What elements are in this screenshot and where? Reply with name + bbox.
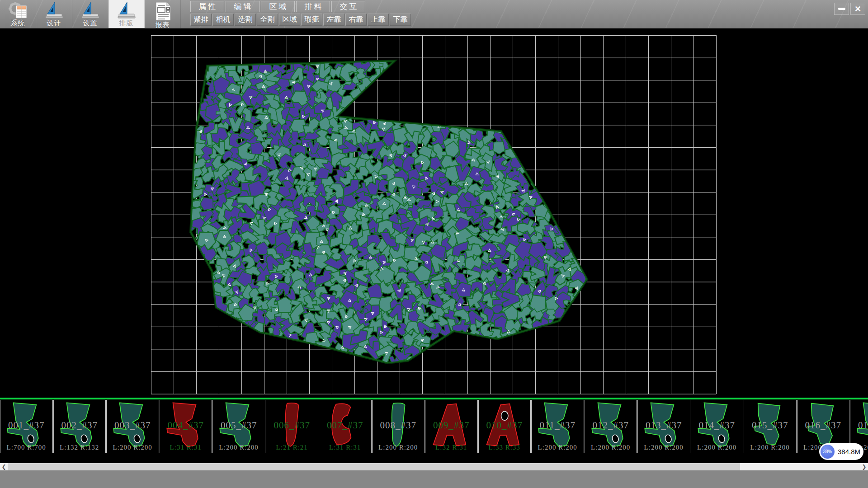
toolbar-button-design-ruler[interactable]: 设计 [36,0,72,28]
minimize-button[interactable] [834,3,849,15]
piece-lr-count-label: L:200 R:200 [585,444,637,451]
thumbnail-cell-9[interactable]: 009_#37 L:32 R:31 [425,400,478,453]
piece-id-label: 014_#37 [691,420,743,431]
menu-item-row1-2[interactable]: 编辑 [226,1,259,12]
thumbnail-cell-2[interactable]: 002_#37 L:132 R:132 [53,400,106,453]
piece-lr-count-label: L:200 R:200 [532,444,584,451]
menu-item-row1-1[interactable]: 属性 [190,1,224,12]
minimize-icon [838,8,845,10]
menu-item-row1-4[interactable]: 排料 [296,1,330,12]
piece-id-label: 001_#37 [0,420,52,431]
piece-id-label: 005_#37 [213,420,265,431]
menu-item-row1-3[interactable]: 区域 [261,1,295,12]
toolbar-button-system-gear-table[interactable]: 系统 [0,0,36,28]
menu-item-row2-2[interactable]: 相机 [212,14,234,26]
piece-id-label: 004_#37 [160,420,212,431]
layout-ruler-icon [108,1,144,19]
piece-id-label: 017_#37 [850,420,868,431]
memory-percent-label: 38% [823,449,832,454]
scroll-right-arrow-icon[interactable]: ❯ [860,463,868,470]
close-button[interactable]: ✕ [850,3,865,15]
menu-row-primary: 属性编辑区域排料交互 [190,1,365,12]
thumbnail-cell-4[interactable]: 004_#37 L:31 R:31 [160,400,212,453]
close-icon: ✕ [854,4,861,14]
thumbnail-cells: 001_#37 L:700 R:700 002_#37 L:132 R:132 … [0,400,868,453]
menu-item-row2-7[interactable]: 左靠 [323,14,344,26]
scrollbar-thumb[interactable] [8,463,740,470]
thumbnail-cell-6[interactable]: 006_#37 L:21 R:21 [266,400,319,453]
toolbar-button-label: 系统 [0,19,36,27]
toolbar-button-label: 设置 [72,19,108,27]
nesting-canvas[interactable] [0,28,868,398]
menu-item-row2-6[interactable]: 瑕疵 [301,14,322,26]
piece-lr-count-label: L:32 R:31 [425,444,477,451]
piece-id-label: 015_#37 [744,420,796,431]
piece-id-label: 016_#37 [797,420,849,431]
menu-row-secondary: 聚排相机选割全割区域瑕疵左靠右靠上靠下靠 [190,14,411,26]
toolbar-button-label: 报表 [145,21,180,28]
toolbar-button-label: 设计 [36,19,72,27]
thumbnail-cell-15[interactable]: 015_#37 L:200 R:200 [744,400,797,453]
scroll-left-arrow-icon[interactable]: ❮ [0,463,8,470]
piece-id-label: 002_#37 [54,420,106,431]
piece-lr-count-label: L:132 R:132 [54,444,106,451]
thumbnail-cell-8[interactable]: 008_#37 L:200 R:200 [372,400,425,453]
piece-id-label: 013_#37 [638,420,690,431]
menu-item-row2-10[interactable]: 下靠 [390,14,411,26]
piece-lr-count-label: L:33 R:33 [479,444,531,451]
piece-lr-count-label: L:200 R:200 [638,444,690,451]
thumbnail-cell-13[interactable]: 013_#37 L:200 R:200 [637,400,690,453]
piece-lr-count-label: L:200 R:200 [691,444,743,451]
piece-id-label: 006_#37 [266,420,318,431]
menu-item-row2-5[interactable]: 区域 [279,14,300,26]
thumbnail-cell-14[interactable]: 014_#37 L:200 R:200 [691,400,744,453]
thumbnail-cell-1[interactable]: 001_#37 L:700 R:700 [0,400,53,453]
piece-lr-count-label: L:700 R:700 [0,444,52,451]
system-gear-table-icon [0,1,36,19]
thumbnail-cell-5[interactable]: 005_#37 L:200 R:200 [212,400,265,453]
menu-item-row2-9[interactable]: 上靠 [368,14,389,26]
menu-item-row2-1[interactable]: 聚排 [190,14,212,26]
piece-id-label: 003_#37 [107,420,159,431]
piece-lr-count-label: L:31 R:31 [319,444,371,451]
menu-item-row2-8[interactable]: 右靠 [345,14,367,26]
strip-top-highlight-line [0,398,868,399]
piece-id-label: 011_#37 [532,420,584,431]
piece-id-label: 008_#37 [373,420,425,431]
thumbnail-cell-10[interactable]: 010_#37 L:33 R:33 [478,400,531,453]
piece-lr-count-label: L:21 R:21 [266,444,318,451]
menu-item-row2-3[interactable]: 选割 [235,14,256,26]
menu-item-row2-4[interactable]: 全割 [257,14,278,26]
memory-usage-badge: 38% 384.8M [819,443,863,460]
status-bar [0,470,868,488]
menu-item-row1-5[interactable]: 交互 [331,1,365,12]
piece-id-label: 007_#37 [319,420,371,431]
piece-lr-count-label: L:200 R:200 [373,444,425,451]
toolbar-button-label: 排版 [108,19,144,27]
toolbar-button-layout-ruler[interactable]: 排版 [108,0,145,28]
settings-ruler-icon [72,1,108,19]
piece-lr-count-label: L:200 R:200 [107,444,159,451]
application-window: 系统 设计 设置 排版 报表 属性编辑区域排料交互 聚排相机选割全割区域瑕疵左靠… [0,0,868,488]
thumbnail-cell-11[interactable]: 011_#37 L:200 R:200 [531,400,584,453]
toolbar-button-settings-ruler[interactable]: 设置 [72,0,108,28]
piece-id-label: 009_#37 [425,420,477,431]
piece-lr-count-label: L:200 R:200 [213,444,265,451]
piece-lr-count-label: L:31 R:31 [160,444,212,451]
design-ruler-icon [36,1,72,19]
nested-pieces [182,53,592,369]
thumbnail-cell-7[interactable]: 007_#37 L:31 R:31 [319,400,372,453]
thumbnail-cell-12[interactable]: 012_#37 L:200 R:200 [585,400,637,453]
toolbar: 系统 设计 设置 排版 报表 属性编辑区域排料交互 聚排相机选割全割区域瑕疵左靠… [0,0,868,28]
horizontal-scrollbar[interactable]: ❮ ❯ [0,463,868,470]
thumbnail-cell-3[interactable]: 003_#37 L:200 R:200 [106,400,159,453]
memory-percent-circle: 38% [821,445,835,459]
piece-id-label: 012_#37 [585,420,637,431]
toolbar-button-report-document[interactable]: 报表 [145,0,181,28]
report-document-icon [145,1,180,21]
piece-lr-count-label: L:200 R:200 [744,444,796,451]
piece-id-label: 010_#37 [479,420,531,431]
memory-value-label: 384.8M [838,448,860,455]
nesting-layout-svg [151,35,717,394]
piece-thumbnail-strip: 001_#37 L:700 R:700 002_#37 L:132 R:132 … [0,398,868,463]
